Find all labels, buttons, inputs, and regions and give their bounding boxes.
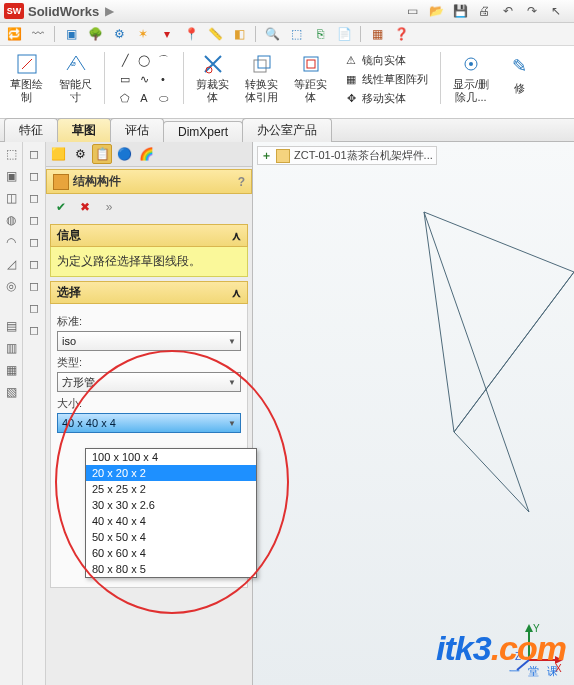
- tab-evaluate[interactable]: 评估: [110, 118, 164, 142]
- marker-icon[interactable]: 📍: [183, 26, 199, 42]
- fm-btn-display-icon[interactable]: 🔵: [114, 144, 134, 164]
- lt-cut-icon[interactable]: ◫: [3, 190, 19, 206]
- lt-extrude-icon[interactable]: ▣: [3, 168, 19, 184]
- size-option[interactable]: 30 x 30 x 2.6: [86, 497, 256, 513]
- doc-icon[interactable]: 📄: [336, 26, 352, 42]
- search-icon[interactable]: 🔍: [264, 26, 280, 42]
- size-option[interactable]: 20 x 20 x 2: [86, 465, 256, 481]
- ribbon-offset[interactable]: 等距实 体: [288, 50, 333, 118]
- size-option[interactable]: 60 x 60 x 4: [86, 545, 256, 561]
- rebuild-icon[interactable]: 🔁: [6, 26, 22, 42]
- lt-more3-icon[interactable]: ▦: [3, 362, 19, 378]
- lt-more4-icon[interactable]: ▧: [3, 384, 19, 400]
- undo-icon[interactable]: ↶: [500, 3, 516, 19]
- lt2-d-icon[interactable]: ◻: [26, 212, 42, 228]
- lt2-h-icon[interactable]: ◻: [26, 300, 42, 316]
- ribbon-sketch-draw[interactable]: 草图绘 制: [4, 50, 49, 118]
- measure-icon[interactable]: 📏: [207, 26, 223, 42]
- cube-icon[interactable]: ◧: [231, 26, 247, 42]
- line-tool-icon[interactable]: ╱: [117, 52, 133, 68]
- macro-icon[interactable]: ▦: [369, 26, 385, 42]
- select-icon[interactable]: ↖: [548, 3, 564, 19]
- lt2-f-icon[interactable]: ◻: [26, 256, 42, 272]
- dimension-icon[interactable]: ⬚: [288, 26, 304, 42]
- text-tool-icon[interactable]: A: [136, 90, 152, 106]
- fm-btn-prop-icon[interactable]: 📋: [92, 144, 112, 164]
- lt-fillet-icon[interactable]: ◠: [3, 234, 19, 250]
- type-value: 方形管: [62, 375, 95, 390]
- title-arrow-icon[interactable]: ▶: [105, 4, 114, 18]
- rect-tool-icon[interactable]: ▭: [117, 71, 133, 87]
- doc-tree-root[interactable]: ＋ ZCT-01-01蒸茶台机架焊件...: [257, 146, 437, 165]
- circle-tool-icon[interactable]: ◯: [136, 52, 152, 68]
- tab-office[interactable]: 办公室产品: [242, 118, 332, 142]
- fm-btn-part-icon[interactable]: 🟨: [48, 144, 68, 164]
- ribbon-trim[interactable]: 剪裁实 体: [190, 50, 235, 118]
- ribbon-pattern[interactable]: ▦线性草图阵列: [343, 71, 428, 87]
- collapse-icon[interactable]: ⋏: [232, 286, 241, 300]
- tab-feature[interactable]: 特征: [4, 118, 58, 142]
- tree-icon[interactable]: 🌳: [87, 26, 103, 42]
- ribbon-fix[interactable]: ✎ 修: [499, 50, 539, 118]
- redo-icon[interactable]: ↷: [524, 3, 540, 19]
- size-option[interactable]: 25 x 25 x 2: [86, 481, 256, 497]
- help-icon[interactable]: ❓: [393, 26, 409, 42]
- ribbon-move[interactable]: ✥移动实体: [343, 90, 406, 106]
- expand-icon[interactable]: ＋: [261, 148, 272, 163]
- gear-icon[interactable]: ✶: [135, 26, 151, 42]
- cancel-button[interactable]: ✖: [76, 198, 94, 216]
- std-select[interactable]: iso ▼: [57, 331, 241, 351]
- spline-tool-icon[interactable]: ∿: [136, 71, 152, 87]
- panel-help-icon[interactable]: ?: [238, 175, 245, 189]
- save-icon[interactable]: 💾: [452, 3, 468, 19]
- lt-hole-icon[interactable]: ◎: [3, 278, 19, 294]
- tab-sketch[interactable]: 草图: [57, 118, 111, 142]
- window-icon[interactable]: ▣: [63, 26, 79, 42]
- ribbon-smart-dim[interactable]: ⌀ 智能尺 寸: [53, 50, 98, 118]
- ribbon-mirror[interactable]: ⚠镜向实体: [343, 52, 406, 68]
- settings-icon[interactable]: ⚙: [111, 26, 127, 42]
- lt2-g-icon[interactable]: ◻: [26, 278, 42, 294]
- lt2-e-icon[interactable]: ◻: [26, 234, 42, 250]
- section-selection-header[interactable]: 选择 ⋏: [50, 281, 248, 304]
- flag-icon[interactable]: ▾: [159, 26, 175, 42]
- fm-btn-config-icon[interactable]: ⚙: [70, 144, 90, 164]
- ribbon-convert[interactable]: 转换实 体引用: [239, 50, 284, 118]
- print-icon[interactable]: 🖨: [476, 3, 492, 19]
- lt-revolve-icon[interactable]: ◍: [3, 212, 19, 228]
- lt-box-icon[interactable]: ⬚: [3, 146, 19, 162]
- quick-access-toolbar: 🔁 〰 ▣ 🌳 ⚙ ✶ ▾ 📍 📏 ◧ 🔍 ⬚ ⎘ 📄 ▦ ❓: [0, 23, 574, 46]
- svg-rect-7: [307, 60, 315, 68]
- lt-more1-icon[interactable]: ▤: [3, 318, 19, 334]
- point-tool-icon[interactable]: •: [155, 71, 171, 87]
- lt2-b-icon[interactable]: ◻: [26, 168, 42, 184]
- line-icon[interactable]: 〰: [30, 26, 46, 42]
- export-icon[interactable]: ⎘: [312, 26, 328, 42]
- pin-button[interactable]: »: [100, 198, 118, 216]
- tab-dimxpert[interactable]: DimXpert: [163, 121, 243, 142]
- lt-more2-icon[interactable]: ▥: [3, 340, 19, 356]
- chevron-down-icon: ▼: [228, 419, 236, 428]
- graphics-viewport[interactable]: ＋ ZCT-01-01蒸茶台机架焊件... Y X Z: [253, 142, 574, 685]
- size-select[interactable]: 40 x 40 x 4 ▼: [57, 413, 241, 433]
- size-option[interactable]: 80 x 80 x 5: [86, 561, 256, 577]
- ribbon-showhide[interactable]: 显示/删 除几...: [447, 50, 495, 118]
- arc-tool-icon[interactable]: ⌒: [155, 52, 171, 68]
- lt-chamfer-icon[interactable]: ◿: [3, 256, 19, 272]
- type-select[interactable]: 方形管 ▼: [57, 372, 241, 392]
- size-dropdown[interactable]: 100 x 100 x 420 x 20 x 225 x 25 x 230 x …: [85, 448, 257, 578]
- open-icon[interactable]: 📂: [428, 3, 444, 19]
- slot-tool-icon[interactable]: ⬭: [155, 90, 171, 106]
- lt2-i-icon[interactable]: ◻: [26, 322, 42, 338]
- size-option[interactable]: 100 x 100 x 4: [86, 449, 256, 465]
- section-info-header[interactable]: 信息 ⋏: [50, 224, 248, 247]
- poly-tool-icon[interactable]: ⬠: [117, 90, 133, 106]
- size-option[interactable]: 40 x 40 x 4: [86, 513, 256, 529]
- collapse-icon[interactable]: ⋏: [232, 229, 241, 243]
- fm-btn-render-icon[interactable]: 🌈: [136, 144, 156, 164]
- new-icon[interactable]: ▭: [404, 3, 420, 19]
- lt2-a-icon[interactable]: ◻: [26, 146, 42, 162]
- lt2-c-icon[interactable]: ◻: [26, 190, 42, 206]
- ok-button[interactable]: ✔: [52, 198, 70, 216]
- size-option[interactable]: 50 x 50 x 4: [86, 529, 256, 545]
